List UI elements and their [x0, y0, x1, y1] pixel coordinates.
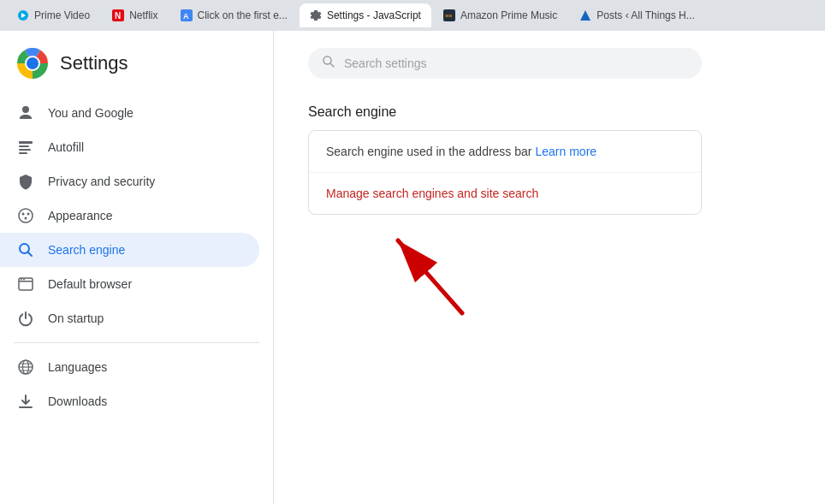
- svg-text:A: A: [183, 12, 189, 21]
- svg-point-19: [25, 217, 27, 220]
- sidebar-item-languages-label: Languages: [48, 360, 107, 374]
- tab-prime-video-label: Prime Video: [34, 9, 90, 21]
- svg-line-33: [330, 63, 334, 67]
- sidebar-item-autofill-label: Autofill: [48, 140, 84, 154]
- svg-point-11: [27, 57, 39, 69]
- tab-settings-js-label: Settings - JavaScript: [327, 9, 421, 21]
- svg-rect-15: [19, 152, 27, 154]
- chrome-logo-icon: [17, 48, 48, 79]
- globe-icon: [17, 359, 34, 376]
- sidebar-item-default-browser[interactable]: Default browser: [0, 267, 259, 301]
- sidebar-nav: You and Google Autofill: [0, 96, 273, 504]
- svg-rect-12: [19, 141, 33, 144]
- shield-icon: [17, 173, 34, 190]
- prime-video-icon: [17, 9, 29, 21]
- svg-rect-14: [19, 149, 31, 151]
- sidebar-item-downloads[interactable]: Downloads: [0, 384, 259, 418]
- person-icon: [17, 104, 34, 122]
- search-nav-icon: [17, 241, 34, 258]
- sidebar: Settings You and Google: [0, 31, 274, 504]
- sidebar-header: Settings: [0, 38, 273, 96]
- tab-click-on-first-label: Click on the first e...: [198, 9, 288, 21]
- tab-posts-label: Posts ‹ All Things H...: [596, 9, 695, 21]
- sidebar-item-languages[interactable]: Languages: [0, 350, 259, 384]
- svg-line-35: [398, 240, 462, 313]
- manage-search-engines-text: Manage search engines and site search: [326, 187, 538, 200]
- svg-point-25: [23, 279, 25, 281]
- main-area: Settings You and Google: [0, 31, 825, 504]
- browser-icon: [17, 276, 34, 293]
- palette-icon: [17, 207, 34, 224]
- settings-row-address-bar: Search engine used in the address bar Le…: [309, 131, 701, 173]
- learn-more-link[interactable]: Learn more: [536, 145, 597, 158]
- sidebar-item-search-engine-label: Search engine: [48, 243, 125, 257]
- svg-line-21: [28, 252, 33, 257]
- svg-point-18: [27, 213, 30, 216]
- tab-netflix-label: Netflix: [129, 9, 157, 21]
- posts-icon: [579, 9, 591, 21]
- tab-bar: Prime Video N Netflix A Click on the fir…: [0, 0, 825, 31]
- svg-text:N: N: [115, 11, 121, 21]
- section-title: Search engine: [308, 104, 791, 120]
- netflix-icon: N: [112, 9, 124, 21]
- sidebar-item-privacy-security[interactable]: Privacy and security: [0, 164, 259, 199]
- click-on-first-icon: A: [181, 9, 193, 21]
- search-bar[interactable]: [308, 48, 702, 79]
- red-arrow-annotation: [377, 215, 479, 317]
- tab-posts[interactable]: Posts ‹ All Things H...: [569, 3, 705, 27]
- sidebar-item-you-google[interactable]: You and Google: [0, 96, 259, 130]
- content-area: Search engine Search engine used in the …: [274, 31, 825, 504]
- autofill-icon: [17, 139, 34, 156]
- nav-divider: [14, 342, 259, 343]
- tab-click-on-first[interactable]: A Click on the first e...: [170, 3, 298, 27]
- sidebar-item-appearance-label: Appearance: [48, 209, 113, 222]
- arrow-container: Search engine used in the address bar Le…: [308, 130, 702, 215]
- sidebar-item-default-browser-label: Default browser: [48, 277, 132, 291]
- sidebar-item-downloads-label: Downloads: [48, 394, 107, 408]
- svg-rect-23: [19, 281, 33, 282]
- svg-point-24: [21, 279, 22, 281]
- svg-point-16: [19, 209, 33, 222]
- svg-marker-8: [580, 10, 591, 21]
- tab-amazon-music-label: Amazon Prime Music: [460, 9, 557, 21]
- sidebar-item-on-startup[interactable]: On startup: [0, 301, 259, 335]
- tab-amazon-music[interactable]: ≡≡ Amazon Prime Music: [433, 3, 567, 27]
- svg-rect-13: [19, 145, 29, 147]
- svg-point-17: [22, 213, 25, 216]
- tab-settings-js[interactable]: Settings - JavaScript: [300, 3, 431, 27]
- sidebar-title: Settings: [60, 52, 128, 74]
- sidebar-item-you-google-label: You and Google: [48, 106, 134, 120]
- search-input[interactable]: [344, 56, 688, 70]
- svg-text:≡≡: ≡≡: [445, 13, 452, 19]
- address-bar-engine-text: Search engine used in the address bar: [326, 145, 532, 158]
- amazon-music-icon: ≡≡: [443, 9, 455, 21]
- download-icon: [17, 393, 34, 410]
- sidebar-item-search-engine[interactable]: Search engine: [0, 233, 259, 267]
- settings-row-manage-engines[interactable]: Manage search engines and site search: [309, 173, 701, 214]
- tab-prime-video[interactable]: Prime Video: [7, 3, 100, 27]
- sidebar-item-on-startup-label: On startup: [48, 311, 104, 325]
- sidebar-item-appearance[interactable]: Appearance: [0, 199, 259, 233]
- tab-netflix[interactable]: N Netflix: [102, 3, 168, 27]
- sidebar-item-autofill[interactable]: Autofill: [0, 130, 259, 164]
- power-icon: [17, 310, 34, 327]
- search-bar-icon: [322, 55, 335, 72]
- sidebar-item-privacy-security-label: Privacy and security: [48, 175, 155, 188]
- settings-js-icon: [310, 9, 322, 21]
- settings-card: Search engine used in the address bar Le…: [308, 130, 702, 215]
